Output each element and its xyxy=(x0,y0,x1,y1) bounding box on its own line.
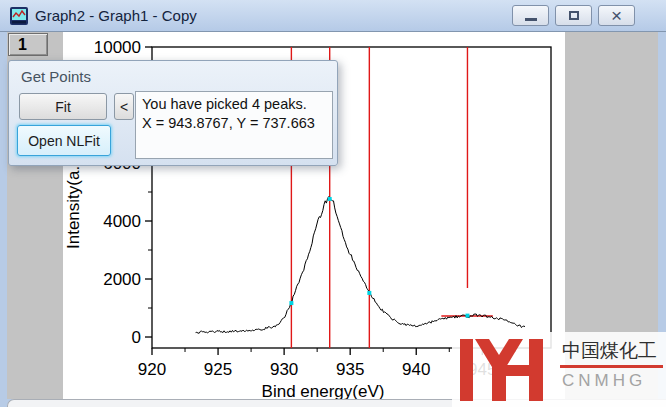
message-line1: You have picked 4 peaks. xyxy=(142,95,326,114)
get-points-dialog: Get Points Fit < Open NLFit You have pic… xyxy=(8,60,338,166)
watermark: 中国煤化工 CNMHG xyxy=(452,332,666,407)
watermark-underline xyxy=(560,365,663,368)
svg-text:2000: 2000 xyxy=(103,270,141,289)
svg-text:940: 940 xyxy=(402,360,430,379)
collapse-button[interactable]: < xyxy=(114,93,134,120)
message-line2: X = 943.8767, Y = 737.663 xyxy=(142,114,326,133)
watermark-latin-text: CNMHG xyxy=(562,371,646,391)
application-window: Graph2 - Graph1 - Copy × 920925930935940… xyxy=(0,0,666,407)
open-nlfit-button[interactable]: Open NLFit xyxy=(17,125,111,156)
cnmhg-logo-icon xyxy=(458,337,558,403)
svg-text:925: 925 xyxy=(204,360,232,379)
dialog-title[interactable]: Get Points xyxy=(21,68,91,85)
message-panel: You have picked 4 peaks. X = 943.8767, Y… xyxy=(135,91,333,159)
svg-text:920: 920 xyxy=(138,360,166,379)
watermark-chinese-text: 中国煤化工 xyxy=(562,338,657,364)
layer-1-badge[interactable]: 1 xyxy=(8,33,48,56)
fit-button[interactable]: Fit xyxy=(19,93,107,120)
svg-text:10000: 10000 xyxy=(94,38,141,57)
svg-text:4000: 4000 xyxy=(103,212,141,231)
svg-text:0: 0 xyxy=(132,328,141,347)
svg-text:935: 935 xyxy=(336,360,364,379)
svg-text:930: 930 xyxy=(270,360,298,379)
